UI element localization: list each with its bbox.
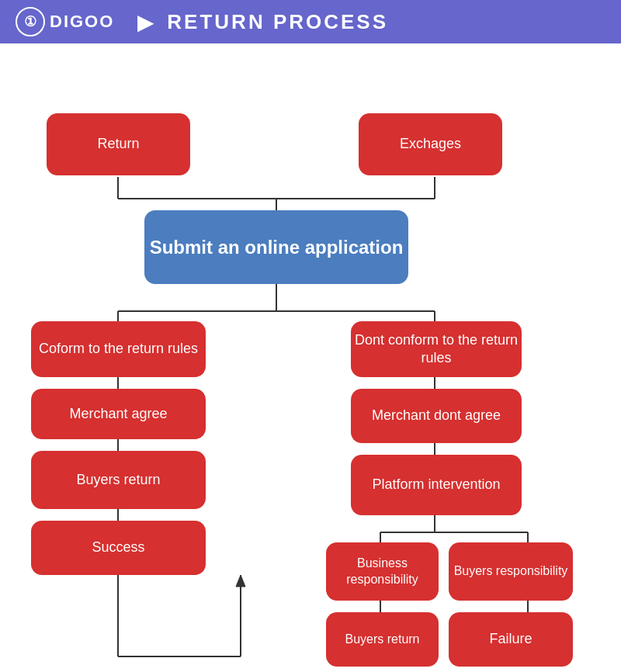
buyers-return-left-box: Buyers return <box>31 451 206 509</box>
header: ① DIGOO ▶ RETURN PROCESS <box>0 0 621 43</box>
success-box: Success <box>31 521 206 575</box>
merchant-dont-agree-box: Merchant dont agree <box>351 389 522 443</box>
logo-text: DIGOO <box>50 12 114 32</box>
conform-box: Coform to the return rules <box>31 321 206 377</box>
exchanges-box: Exchages <box>359 113 502 175</box>
submit-box: Submit an online application <box>144 210 408 284</box>
failure-box: Failure <box>449 612 573 667</box>
dont-conform-box: Dont conform to the return rules <box>351 321 522 377</box>
play-icon: ▶ <box>137 9 154 35</box>
buyers-return-right-box: Buyers return <box>326 612 439 667</box>
business-responsibility-box: Business responsibility <box>326 542 439 601</box>
logo-icon: ① <box>16 7 45 36</box>
svg-marker-14 <box>236 575 245 587</box>
return-box: Return <box>47 113 190 175</box>
merchant-agree-box: Merchant agree <box>31 389 206 439</box>
page-title: RETURN PROCESS <box>167 10 388 34</box>
platform-intervention-box: Platform intervention <box>351 455 522 515</box>
diagram-area: Return Exchages Submit an online applica… <box>0 43 621 672</box>
buyers-responsibility-box: Buyers responsibility <box>449 542 573 601</box>
